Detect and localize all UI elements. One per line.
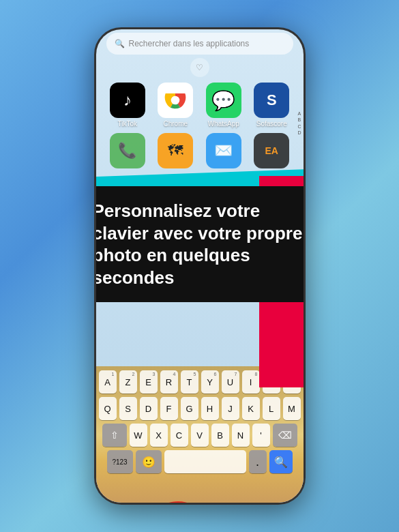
chrome-icon: [158, 83, 193, 118]
alpha-a: A: [297, 111, 301, 117]
key-b[interactable]: B: [211, 424, 229, 447]
app-item-mail[interactable]: ✉️: [203, 133, 246, 168]
dot-label: .: [256, 455, 259, 469]
numbers-label: ?123: [112, 458, 127, 466]
key-l[interactable]: L: [263, 397, 280, 420]
key-z[interactable]: 2Z: [119, 370, 137, 394]
alphabet-sidebar: A B C D: [297, 111, 301, 136]
app-item-whatsapp[interactable]: 💬 WhatsApp: [203, 83, 246, 128]
keyboard-row2: Q S D F G H J K L M: [99, 397, 301, 420]
key-j[interactable]: J: [222, 397, 239, 420]
key-k[interactable]: K: [242, 397, 260, 420]
alpha-c: C: [297, 124, 301, 130]
tiktok-label: TikTok: [117, 120, 137, 128]
key-d[interactable]: D: [140, 397, 158, 420]
svg-point-2: [171, 96, 180, 105]
app-item-chrome[interactable]: Chrome: [154, 83, 197, 128]
whatsapp-label: WhatsApp: [208, 120, 239, 128]
sofascore-icon: S: [254, 83, 289, 118]
ea-app-icon: EA: [254, 133, 289, 168]
key-apostrophe[interactable]: ': [252, 424, 270, 447]
key-r[interactable]: 4R: [160, 370, 178, 394]
favorite-indicator: ♡: [190, 58, 209, 77]
maps-app-icon: 🗺: [158, 133, 193, 168]
keyboard-row3: ⇧ W X C V B N ' ⌫: [99, 424, 301, 447]
chrome-label: Chrome: [163, 120, 188, 128]
search-button-icon: 🔍: [274, 456, 288, 469]
key-w[interactable]: W: [130, 424, 147, 447]
app-grid-row2: 📞 🗺 ✉️ EA: [96, 130, 304, 171]
phone-frame: 🔍 Rechercher dans les applications ♡ ♪ T…: [94, 27, 306, 505]
sofascore-label: Sofascore: [256, 120, 287, 128]
key-a[interactable]: 1A: [99, 370, 117, 394]
key-g[interactable]: G: [181, 397, 198, 420]
key-shift[interactable]: ⇧: [102, 424, 127, 447]
key-c[interactable]: C: [171, 424, 188, 447]
key-u[interactable]: 7U: [222, 370, 239, 394]
key-i[interactable]: 8I: [242, 370, 260, 394]
key-y[interactable]: 6Y: [201, 370, 219, 394]
keyboard-bottom-row: ?123 🙂 . 🔍: [99, 450, 301, 473]
key-numbers[interactable]: ?123: [107, 450, 133, 473]
key-f[interactable]: F: [160, 397, 178, 420]
mail-app-icon: ✉️: [206, 133, 241, 168]
key-delete[interactable]: ⌫: [273, 424, 297, 447]
app-item-tiktok[interactable]: ♪ TikTok: [106, 83, 149, 128]
app-item-maps[interactable]: 🗺: [154, 133, 197, 168]
phone-screen: 🔍 Rechercher dans les applications ♡ ♪ T…: [96, 29, 304, 503]
key-search-button[interactable]: 🔍: [269, 450, 293, 473]
whatsapp-icon: 💬: [206, 83, 241, 118]
key-t[interactable]: 5T: [181, 370, 198, 394]
key-s[interactable]: S: [119, 397, 137, 420]
key-e[interactable]: 3E: [140, 370, 158, 394]
key-q[interactable]: Q: [99, 397, 117, 420]
search-placeholder: Rechercher dans les applications: [129, 39, 250, 48]
tiktok-icon: ♪: [110, 83, 145, 118]
key-n[interactable]: N: [232, 424, 250, 447]
alpha-d: D: [297, 130, 301, 136]
search-icon: 🔍: [115, 39, 125, 48]
app-item-sofascore[interactable]: S Sofascore: [250, 83, 293, 128]
key-dot[interactable]: .: [249, 450, 267, 473]
text-overlay: Personnalisez votre clavier avec votre p…: [96, 186, 304, 302]
key-m[interactable]: M: [283, 397, 301, 420]
phone-app-icon: 📞: [110, 133, 145, 168]
overlay-headline: Personnalisez votre clavier avec votre p…: [96, 200, 304, 289]
key-emoji[interactable]: 🙂: [136, 450, 162, 473]
app-item-ea[interactable]: EA: [250, 133, 293, 168]
alpha-b: B: [297, 117, 301, 123]
key-h[interactable]: H: [201, 397, 219, 420]
app-item-phone[interactable]: 📞: [106, 133, 149, 168]
phone-container: 🔍 Rechercher dans les applications ♡ ♪ T…: [94, 27, 306, 505]
key-space[interactable]: [164, 450, 246, 473]
key-x[interactable]: X: [150, 424, 168, 447]
key-v[interactable]: V: [191, 424, 209, 447]
search-bar[interactable]: 🔍 Rechercher dans les applications: [106, 33, 293, 55]
app-grid-row1: ♪ TikTok: [96, 80, 304, 130]
